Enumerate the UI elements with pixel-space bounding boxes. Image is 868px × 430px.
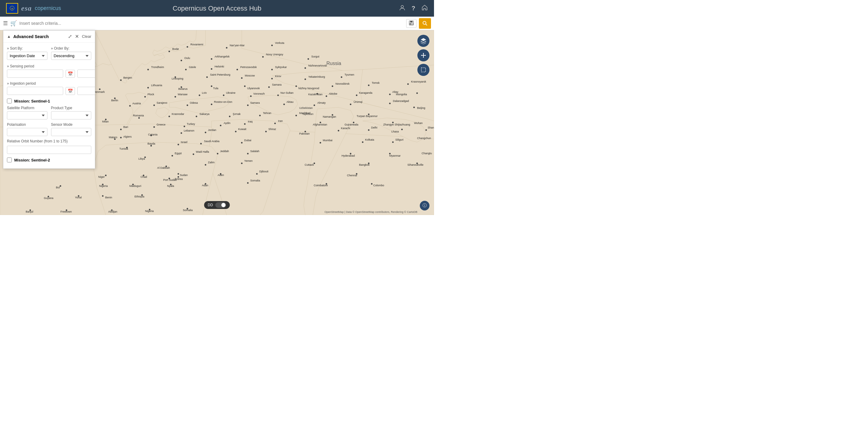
svg-text:Beijing: Beijing [417, 107, 425, 110]
sensor-mode-select[interactable] [51, 128, 92, 136]
sensing-period-label: » Sensing period [7, 64, 91, 68]
svg-text:★: ★ [11, 7, 13, 10]
collapse-icon[interactable]: ▲ [7, 34, 11, 39]
home-icon[interactable] [421, 4, 428, 12]
ingestion-start-calendar[interactable]: 📅 [66, 87, 75, 95]
panel-title: Advanced Search [13, 34, 49, 39]
svg-text:Mataro: Mataro [109, 136, 117, 139]
svg-text:Banjul: Banjul [26, 210, 33, 213]
sensing-start-calendar[interactable]: 📅 [66, 70, 75, 78]
svg-point-112 [389, 103, 391, 104]
svg-text:Coimbatore: Coimbatore [314, 184, 328, 187]
svg-text:Lithuania: Lithuania [151, 84, 162, 87]
svg-point-87 [326, 95, 327, 97]
svg-point-69 [368, 85, 370, 86]
ingestion-start-date[interactable] [7, 87, 63, 95]
svg-text:Mongolia: Mongolia [396, 93, 407, 96]
svg-point-140 [154, 126, 155, 128]
svg-point-43 [207, 77, 208, 78]
platform-col: Satellite Platform [7, 106, 48, 119]
svg-text:Aktau: Aktau [286, 101, 293, 104]
cart-icon[interactable]: 🛒 [10, 20, 17, 27]
svg-text:Abidjan: Abidjan [108, 210, 117, 213]
platform-select[interactable] [7, 111, 48, 119]
pan-button[interactable] [417, 49, 430, 61]
svg-text:Lebanon: Lebanon [184, 129, 194, 132]
svg-point-257 [371, 183, 373, 185]
svg-text:Ulyanovsk: Ulyanovsk [247, 87, 260, 90]
svg-point-91 [389, 94, 391, 95]
expand-icon[interactable]: ⤢ [68, 34, 72, 39]
svg-point-138 [120, 129, 122, 130]
svg-rect-5 [410, 21, 412, 22]
ingestion-end-date[interactable] [78, 87, 95, 95]
dd-toggle-switch[interactable] [216, 202, 226, 208]
svg-text:Saint Petersburg: Saint Petersburg [210, 73, 230, 76]
sort-by-select[interactable]: Ingestion Date Sensing Date Cloud Cover [7, 52, 48, 60]
save-search-button[interactable] [406, 19, 416, 28]
svg-text:Bodø: Bodø [172, 48, 179, 51]
svg-point-185 [151, 145, 152, 147]
layers-button[interactable] [417, 35, 430, 47]
menu-icon[interactable]: ☰ [3, 20, 8, 27]
svg-text:Yemen: Yemen [244, 160, 253, 162]
search-input[interactable] [19, 21, 404, 26]
svg-text:Berlin: Berlin [111, 99, 118, 102]
svg-point-146 [244, 123, 246, 125]
sensing-end-date[interactable] [78, 69, 95, 78]
svg-point-233 [105, 175, 107, 176]
info-button[interactable]: ⓘ [420, 201, 430, 210]
svg-text:Sarajevo: Sarajevo [157, 101, 167, 104]
svg-point-37 [305, 67, 306, 69]
svg-point-13 [168, 51, 170, 52]
orbit-input[interactable] [7, 146, 91, 154]
svg-point-47 [271, 78, 273, 80]
select-area-button[interactable] [417, 64, 430, 76]
user-icon[interactable] [399, 4, 406, 12]
mission1-checkbox[interactable] [7, 98, 12, 104]
clear-button[interactable]: Clear [82, 34, 91, 39]
svg-text:Şırnak: Şırnak [233, 113, 241, 116]
svg-text:Egypt: Egypt [175, 152, 182, 155]
svg-text:Surgut: Surgut [311, 55, 319, 58]
advanced-search-panel: ▲ Advanced Search ⤢ ✕ Clear » Sort By: I… [3, 30, 95, 169]
svg-text:Somalia: Somalia [183, 209, 193, 212]
svg-text:Delhi: Delhi [371, 126, 377, 129]
svg-text:Zalim: Zalim [208, 161, 215, 164]
svg-point-204 [193, 153, 194, 155]
svg-point-53 [99, 89, 101, 90]
copernicus-logo: copernicus [35, 5, 61, 11]
svg-text:Nyala: Nyala [167, 184, 174, 188]
svg-point-241 [256, 173, 258, 175]
search-bar: ☰ 🛒 [0, 17, 434, 30]
close-icon[interactable]: ✕ [75, 34, 79, 39]
svg-point-55 [148, 87, 149, 89]
svg-point-148 [274, 123, 276, 124]
svg-text:Aktobe: Aktobe [329, 92, 337, 95]
svg-text:Siliguri: Siliguri [395, 138, 403, 141]
polarisation-select[interactable] [7, 128, 48, 136]
svg-text:Jeddah: Jeddah [220, 150, 229, 153]
svg-text:Bangkok: Bangkok [359, 163, 370, 166]
order-by-select[interactable]: Descending Ascending [51, 52, 92, 60]
svg-point-77 [175, 96, 176, 98]
search-button[interactable] [419, 18, 431, 29]
svg-point-25 [308, 58, 309, 60]
help-icon[interactable]: ? [412, 5, 415, 12]
app-title: Copernicus Open Access Hub [173, 4, 261, 12]
svg-point-27 [148, 69, 149, 70]
svg-text:Wuhan: Wuhan [414, 121, 423, 124]
svg-point-79 [199, 95, 200, 96]
svg-point-106 [283, 104, 285, 105]
svg-point-170 [266, 131, 267, 133]
mission2-checkbox[interactable] [7, 157, 12, 162]
svg-text:Helsinki: Helsinki [215, 65, 224, 68]
svg-point-253 [247, 182, 249, 184]
svg-text:Ürümqi: Ürümqi [353, 101, 362, 104]
sensing-start-date[interactable] [7, 69, 63, 78]
product-type-select[interactable] [51, 111, 92, 119]
svg-point-67 [332, 86, 333, 87]
orbit-label: Relative Orbit Number (from 1 to 175) [7, 139, 91, 143]
svg-text:Israel: Israel [181, 141, 187, 144]
svg-text:Tehran: Tehran [263, 112, 271, 115]
